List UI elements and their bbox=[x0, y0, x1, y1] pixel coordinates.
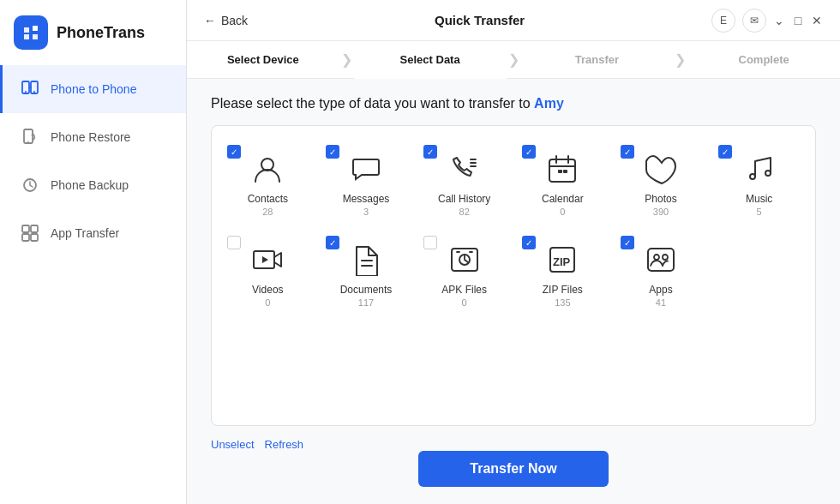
svg-rect-8 bbox=[22, 225, 29, 232]
call-history-label: Call History bbox=[438, 193, 490, 205]
maximize-button[interactable]: □ bbox=[792, 15, 804, 27]
avatar-button[interactable]: E bbox=[711, 9, 735, 33]
zip-files-label: ZIP Files bbox=[543, 284, 583, 296]
phone-backup-icon bbox=[20, 175, 40, 195]
sidebar-label-app-transfer: App Transfer bbox=[51, 226, 119, 240]
window-controls: E ✉ ⌄ □ ✕ bbox=[711, 9, 823, 33]
data-item-zip-files[interactable]: ✓ ZIP ZIP Files 135 bbox=[517, 231, 609, 315]
data-item-call-history[interactable]: ✓ Call History 82 bbox=[418, 140, 510, 224]
mail-icon[interactable]: ✉ bbox=[742, 9, 766, 33]
sidebar-nav: Phone to Phone Phone Restore Phone B bbox=[0, 65, 186, 504]
sidebar-item-app-transfer[interactable]: App Transfer bbox=[0, 209, 186, 257]
call-history-count: 82 bbox=[459, 207, 470, 217]
step-arrow-2: ❯ bbox=[507, 51, 521, 68]
calendar-count: 0 bbox=[560, 207, 565, 217]
checkbox-apps[interactable]: ✓ bbox=[621, 236, 634, 249]
prompt-prefix: Please select the type of data you want … bbox=[211, 96, 534, 111]
svg-text:ZIP: ZIP bbox=[553, 255, 571, 268]
checkbox-zip-files[interactable]: ✓ bbox=[522, 236, 536, 249]
sidebar-item-phone-backup[interactable]: Phone Backup bbox=[0, 161, 186, 209]
sidebar-item-phone-restore[interactable]: Phone Restore bbox=[0, 113, 186, 161]
documents-label: Documents bbox=[340, 284, 393, 296]
sidebar-label-phone-restore: Phone Restore bbox=[51, 130, 130, 144]
target-name: Amy bbox=[534, 96, 564, 111]
data-grid: ✓ Contacts 28 ✓ bbox=[222, 140, 805, 315]
apk-files-count: 0 bbox=[462, 297, 467, 308]
checkbox-photos[interactable]: ✓ bbox=[621, 145, 634, 159]
svg-rect-23 bbox=[648, 249, 674, 271]
music-icon bbox=[741, 150, 778, 188]
app-logo: PhoneTrans bbox=[0, 0, 186, 65]
unselect-link[interactable]: Unselect bbox=[211, 438, 255, 451]
sidebar-label-phone-backup: Phone Backup bbox=[51, 178, 129, 192]
app-transfer-icon bbox=[20, 223, 40, 243]
main-content: ← Back Quick Transfer E ✉ ⌄ □ ✕ Select D… bbox=[187, 0, 840, 504]
transfer-now-button[interactable]: Transfer Now bbox=[418, 451, 608, 487]
videos-label: Videos bbox=[252, 284, 283, 296]
content-area: Please select the type of data you want … bbox=[187, 79, 840, 504]
data-item-music[interactable]: ✓ Music 5 bbox=[713, 140, 805, 224]
data-item-apps[interactable]: ✓ Apps 41 bbox=[615, 231, 707, 315]
svg-point-4 bbox=[33, 91, 35, 93]
logo-icon bbox=[14, 15, 48, 50]
back-label: Back bbox=[221, 14, 248, 27]
step-complete: Complete bbox=[687, 41, 840, 79]
svg-rect-15 bbox=[563, 170, 567, 173]
back-button[interactable]: ← Back bbox=[204, 14, 248, 27]
videos-count: 0 bbox=[265, 297, 270, 308]
zip-files-count: 135 bbox=[555, 297, 570, 308]
messages-count: 3 bbox=[363, 207, 369, 217]
music-count: 5 bbox=[757, 207, 762, 217]
svg-rect-14 bbox=[558, 170, 562, 173]
bottom-actions: Unselect Refresh bbox=[211, 431, 816, 451]
back-arrow-icon: ← bbox=[204, 14, 216, 27]
checkbox-music[interactable]: ✓ bbox=[718, 145, 732, 159]
call-history-icon bbox=[446, 150, 483, 188]
step-select-data: Select Data bbox=[354, 41, 507, 79]
svg-rect-9 bbox=[31, 225, 38, 232]
checkbox-videos[interactable] bbox=[227, 236, 241, 249]
phone-restore-icon bbox=[20, 127, 40, 147]
step-transfer: Transfer bbox=[521, 41, 674, 79]
checkbox-contacts[interactable]: ✓ bbox=[227, 145, 241, 159]
checkbox-documents[interactable]: ✓ bbox=[326, 236, 339, 249]
data-item-messages[interactable]: ✓ Messages 3 bbox=[321, 140, 412, 224]
data-item-documents[interactable]: ✓ Documents 117 bbox=[321, 231, 412, 315]
music-label: Music bbox=[746, 193, 772, 205]
checkbox-apk-files[interactable] bbox=[423, 236, 437, 249]
phone-to-phone-icon bbox=[20, 79, 40, 99]
bottom-section: Unselect Refresh Transfer Now bbox=[211, 431, 816, 487]
close-button[interactable]: ✕ bbox=[811, 15, 823, 27]
steps-bar: Select Device ❯ Select Data ❯ Transfer ❯… bbox=[187, 41, 840, 79]
sidebar: PhoneTrans Phone to Phone bbox=[0, 0, 187, 504]
checkbox-call-history[interactable]: ✓ bbox=[423, 145, 437, 159]
refresh-link[interactable]: Refresh bbox=[265, 438, 304, 451]
svg-rect-10 bbox=[22, 234, 29, 241]
minimize-button[interactable]: ⌄ bbox=[773, 15, 785, 27]
apps-icon bbox=[642, 241, 680, 279]
calendar-label: Calendar bbox=[542, 193, 584, 205]
zip-files-icon: ZIP bbox=[543, 241, 581, 279]
titlebar: ← Back Quick Transfer E ✉ ⌄ □ ✕ bbox=[187, 0, 840, 41]
svg-point-24 bbox=[654, 255, 659, 260]
sidebar-item-phone-to-phone[interactable]: Phone to Phone bbox=[0, 65, 186, 113]
svg-point-12 bbox=[261, 159, 273, 171]
apk-files-label: APK Files bbox=[441, 284, 487, 296]
apk-files-icon bbox=[446, 241, 483, 279]
svg-rect-11 bbox=[31, 234, 38, 241]
svg-point-17 bbox=[765, 171, 771, 176]
data-item-videos[interactable]: Videos 0 bbox=[222, 231, 314, 315]
messages-icon bbox=[347, 150, 385, 188]
data-item-apk-files[interactable]: APK Files 0 bbox=[418, 231, 510, 315]
contacts-icon bbox=[249, 150, 286, 188]
data-item-calendar[interactable]: ✓ Calendar 0 bbox=[517, 140, 609, 224]
checkbox-messages[interactable]: ✓ bbox=[326, 145, 339, 159]
window-title: Quick Transfer bbox=[435, 13, 525, 27]
data-item-contacts[interactable]: ✓ Contacts 28 bbox=[222, 140, 314, 224]
contacts-count: 28 bbox=[262, 207, 273, 217]
checkbox-calendar[interactable]: ✓ bbox=[522, 145, 536, 159]
avatar-label: E bbox=[720, 15, 727, 27]
apps-count: 41 bbox=[656, 297, 666, 308]
data-item-photos[interactable]: ✓ Photos 390 bbox=[615, 140, 707, 224]
contacts-label: Contacts bbox=[248, 193, 288, 205]
